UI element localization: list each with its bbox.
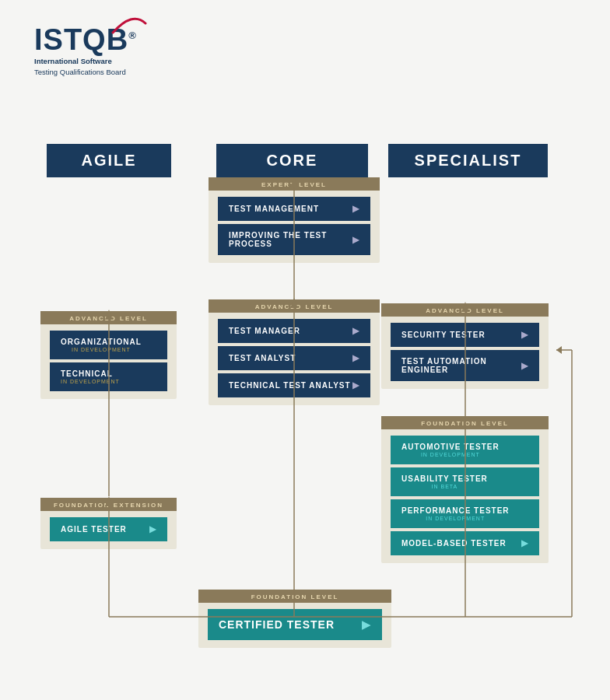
expert-level-card: EXPERT LEVEL TEST MANAGEMENT ▶ IMPROVING… <box>209 177 380 263</box>
security-tester-arrow: ▶ <box>521 330 528 340</box>
svg-marker-18 <box>556 346 562 354</box>
technical-test-analyst-label: TECHNICAL TEST ANALYST <box>229 381 351 390</box>
column-header-agile: AGILE <box>47 144 171 177</box>
foundation-specialist-card: FOUNDATION LEVEL AUTOMOTIVE TESTERIN DEV… <box>381 416 549 563</box>
performance-tester-item[interactable]: PERFORMANCE TESTERIN DEVELOPMENT <box>391 499 539 528</box>
test-manager-item[interactable]: TEST MANAGER ▶ <box>218 319 370 343</box>
model-based-tester-item[interactable]: MODEL-BASED TESTER ▶ <box>391 531 539 555</box>
test-automation-engineer-item[interactable]: TEST AUTOMATION ENGINEER ▶ <box>391 350 539 381</box>
certified-tester-arrow: ▶ <box>362 618 371 631</box>
usability-status: IN BETA <box>401 484 488 489</box>
usability-tester-label: USABILITY TESTERIN BETA <box>401 474 488 489</box>
improving-arrow: ▶ <box>352 235 359 245</box>
organizational-status: IN DEVELOPMENT <box>61 347 142 352</box>
test-analyst-arrow: ▶ <box>352 353 359 363</box>
advanced-specialist-label: ADVANCED LEVEL <box>381 303 549 317</box>
improving-test-process-item[interactable]: IMPROVING THE TEST PROCESS ▶ <box>218 224 370 255</box>
logo-arc-icon <box>105 17 148 34</box>
technical-status: IN DEVELOPMENT <box>61 379 120 384</box>
test-management-item[interactable]: TEST MANAGEMENT ▶ <box>218 197 370 221</box>
agile-tester-arrow: ▶ <box>149 524 156 534</box>
test-analyst-label: TEST ANALYST <box>229 354 296 362</box>
foundation-core-card: FOUNDATION LEVEL CERTIFIED TESTER ▶ <box>198 590 391 648</box>
model-based-arrow: ▶ <box>521 538 528 548</box>
advanced-specialist-card: ADVANCED LEVEL SECURITY TESTER ▶ TEST AU… <box>381 303 549 389</box>
advanced-core-label: ADVANCED LEVEL <box>209 299 380 313</box>
agile-tester-item[interactable]: AGILE TESTER ▶ <box>50 517 167 541</box>
certified-tester-label: CERTIFIED TESTER <box>219 618 335 631</box>
advanced-agile-card: ADVANCED LEVEL ORGANIZATIONALIN DEVELOPM… <box>40 311 177 399</box>
performance-status: IN DEVELOPMENT <box>401 516 510 521</box>
test-automation-engineer-label: TEST AUTOMATION ENGINEER <box>401 357 521 374</box>
organizational-item[interactable]: ORGANIZATIONALIN DEVELOPMENT <box>50 331 167 359</box>
technical-item[interactable]: TECHNICALIN DEVELOPMENT <box>50 362 167 391</box>
logo-subtitle: International Software Testing Qualifica… <box>34 56 137 79</box>
technical-test-analyst-item[interactable]: TECHNICAL TEST ANALYST ▶ <box>218 373 370 397</box>
test-management-arrow: ▶ <box>352 204 359 214</box>
foundation-extension-card: FOUNDATION EXTENSION AGILE TESTER ▶ <box>40 498 177 549</box>
technical-label: TECHNICALIN DEVELOPMENT <box>61 369 120 384</box>
automotive-tester-label: AUTOMOTIVE TESTERIN DEVELOPMENT <box>401 443 500 457</box>
advanced-agile-label: ADVANCED LEVEL <box>40 311 177 324</box>
agile-tester-label: AGILE TESTER <box>61 525 127 534</box>
foundation-core-label: FOUNDATION LEVEL <box>198 590 391 603</box>
automotive-tester-item[interactable]: AUTOMOTIVE TESTERIN DEVELOPMENT <box>391 436 539 464</box>
foundation-ext-label: FOUNDATION EXTENSION <box>40 498 177 511</box>
test-analyst-item[interactable]: TEST ANALYST ▶ <box>218 346 370 370</box>
security-tester-label: SECURITY TESTER <box>401 331 486 339</box>
security-tester-item[interactable]: SECURITY TESTER ▶ <box>391 323 539 347</box>
test-management-label: TEST MANAGEMENT <box>229 205 319 213</box>
usability-tester-item[interactable]: USABILITY TESTERIN BETA <box>391 467 539 496</box>
foundation-specialist-label: FOUNDATION LEVEL <box>381 416 549 429</box>
test-automation-engineer-arrow: ▶ <box>521 361 528 371</box>
test-manager-label: TEST MANAGER <box>229 327 300 335</box>
advanced-core-card: ADVANCED LEVEL TEST MANAGER ▶ TEST ANALY… <box>209 299 380 405</box>
expert-level-label: EXPERT LEVEL <box>209 177 380 191</box>
technical-test-analyst-arrow: ▶ <box>352 380 359 390</box>
performance-tester-label: PERFORMANCE TESTERIN DEVELOPMENT <box>401 506 510 521</box>
organizational-label: ORGANIZATIONALIN DEVELOPMENT <box>61 338 142 352</box>
logo: ISTQB® International Software Testing Qu… <box>34 25 137 79</box>
certified-tester-item[interactable]: CERTIFIED TESTER ▶ <box>208 609 382 640</box>
test-manager-arrow: ▶ <box>352 326 359 336</box>
automotive-status: IN DEVELOPMENT <box>401 452 500 457</box>
model-based-tester-label: MODEL-BASED TESTER <box>401 539 507 548</box>
column-header-core: CORE <box>216 144 368 177</box>
column-header-specialist: SPECIALIST <box>388 144 548 177</box>
improving-test-process-label: IMPROVING THE TEST PROCESS <box>229 231 352 248</box>
